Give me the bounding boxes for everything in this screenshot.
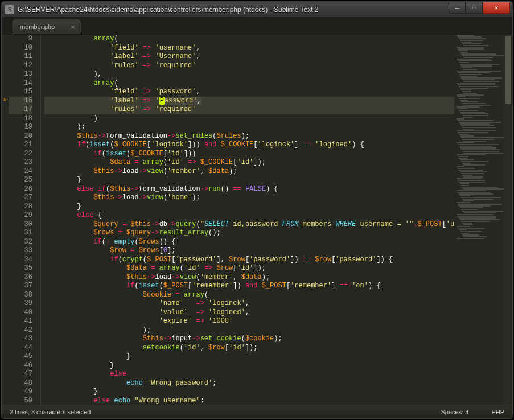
line-number[interactable]: 22 (9, 150, 32, 159)
line-number[interactable]: 39 (9, 299, 32, 308)
code-area[interactable]: array( 'field' => 'username', 'label' =>… (41, 35, 504, 405)
code-line[interactable]: $data = array('id' => $_COOKIE['id']); (44, 158, 504, 167)
status-indent[interactable]: Spaces: 4 (441, 409, 468, 415)
code-line[interactable]: else { (44, 211, 504, 220)
code-line[interactable]: if(isset($_COOKIE['id'])) (44, 150, 504, 159)
line-number[interactable]: 9 (9, 35, 32, 44)
maximize-button[interactable]: ▭ (466, 2, 483, 14)
code-line[interactable]: $rows = $query->result_array(); (44, 229, 504, 238)
line-number[interactable]: 38 (9, 291, 32, 300)
line-number[interactable]: 21 (9, 141, 32, 150)
vertical-scrollbar[interactable] (504, 35, 512, 405)
line-number[interactable]: 14 (9, 79, 32, 88)
line-number[interactable]: 45 (9, 352, 32, 361)
bookmark-icon (2, 79, 9, 88)
tab-member-php[interactable]: member.php × (12, 19, 81, 34)
line-number[interactable]: 29 (9, 211, 32, 220)
line-number[interactable]: 11 (9, 52, 32, 61)
line-number-gutter[interactable]: 9101112131415161718192021222324252627282… (9, 35, 41, 405)
line-number[interactable]: 37 (9, 282, 32, 291)
line-number[interactable]: 10 (9, 44, 32, 53)
code-line[interactable]: } (44, 352, 504, 361)
code-line[interactable]: $cookie = array( (44, 291, 504, 300)
code-line[interactable]: 'field' => 'username', (44, 44, 504, 53)
code-line[interactable]: else if($this->form_validation->run() ==… (44, 185, 504, 194)
line-number[interactable]: 41 (9, 317, 32, 326)
code-line[interactable]: $row = $rows[0]; (44, 246, 504, 256)
line-number[interactable]: 31 (9, 229, 32, 238)
code-line[interactable]: $this->input->set_cookie($cookie); (44, 335, 504, 344)
line-number[interactable]: 30 (9, 220, 32, 229)
code-line[interactable]: $this->load->view('home'); (44, 193, 504, 203)
bookmark-icon (2, 238, 9, 247)
scroll-thumb[interactable] (505, 36, 511, 104)
line-number[interactable]: 24 (9, 167, 32, 176)
code-line[interactable]: 'rules' => 'required' (44, 61, 504, 71)
line-number[interactable]: 43 (9, 335, 32, 344)
line-number[interactable]: 15 (9, 88, 32, 97)
code-line[interactable]: array( (44, 35, 504, 44)
line-number[interactable]: 26 (9, 185, 32, 194)
code-line[interactable]: else echo "Wrong username"; (44, 397, 504, 405)
line-number[interactable]: 35 (9, 264, 32, 273)
line-number[interactable]: 25 (9, 176, 32, 185)
code-line[interactable]: 'expire' => '1000' (44, 317, 504, 326)
line-number[interactable]: 13 (9, 70, 32, 79)
code-line[interactable]: $this->load->view('member', $data); (44, 273, 504, 282)
editor[interactable]: » 91011121314151617181920212223242526272… (2, 35, 512, 405)
line-number[interactable]: 36 (9, 273, 32, 282)
code-line[interactable]: if(crypt($_POST['password'], $row['passw… (44, 256, 504, 265)
line-number[interactable]: 32 (9, 238, 32, 247)
code-line[interactable]: $this->load->view('member', $data); (44, 167, 504, 176)
code-line[interactable]: setcookie('id', $row['id']); (44, 344, 504, 353)
status-language[interactable]: PHP (491, 409, 504, 415)
line-number[interactable]: 47 (9, 370, 32, 379)
code-line[interactable]: 'label' => 'Username', (44, 52, 504, 61)
code-line[interactable]: array( (44, 79, 504, 88)
code-line[interactable]: if(! empty($rows)) { (44, 238, 504, 247)
code-line[interactable]: $data = array('id' => $row['id']); (44, 264, 504, 273)
code-line[interactable]: $query = $this->db->query("SELECT id,pas… (44, 220, 504, 229)
close-button[interactable]: ✕ (483, 2, 510, 14)
line-number[interactable]: 18 (9, 114, 32, 123)
line-number[interactable]: 50 (9, 397, 32, 405)
line-number[interactable]: 33 (9, 246, 32, 256)
code-line[interactable]: } (44, 361, 504, 370)
line-number[interactable]: 19 (9, 123, 32, 132)
line-number[interactable]: 23 (9, 158, 32, 167)
code-line[interactable]: 'name' => 'loginck', (44, 299, 504, 308)
code-line[interactable]: ); (44, 123, 504, 132)
line-number[interactable]: 20 (9, 132, 32, 141)
line-number[interactable]: 49 (9, 388, 32, 397)
minimap[interactable] (454, 35, 504, 405)
title-bar[interactable]: S G:\SERVER\Apache24\htdocs\cidemo\appli… (2, 2, 512, 18)
code-line[interactable]: else (44, 370, 504, 379)
code-line[interactable]: ); (44, 326, 504, 335)
code-line[interactable]: 'label' => 'Password', (44, 97, 504, 106)
line-number[interactable]: 40 (9, 308, 32, 318)
line-number[interactable]: 12 (9, 61, 32, 71)
line-number[interactable]: 34 (9, 256, 32, 265)
line-number[interactable]: 28 (9, 203, 32, 212)
code-line[interactable]: } (44, 176, 504, 185)
line-number[interactable]: 17 (9, 105, 32, 114)
code-line[interactable]: ) (44, 114, 504, 123)
line-number[interactable]: 27 (9, 193, 32, 203)
line-number[interactable]: 16 (9, 97, 32, 106)
code-line[interactable]: 'field' => 'password', (44, 88, 504, 97)
code-line[interactable]: ), (44, 70, 504, 79)
minimize-button[interactable]: — (449, 2, 466, 14)
code-line[interactable]: if(isset($_POST['remember']) and $_POST[… (44, 282, 504, 291)
line-number[interactable]: 48 (9, 379, 32, 388)
code-line[interactable]: } (44, 388, 504, 397)
line-number[interactable]: 46 (9, 361, 32, 370)
code-line[interactable]: echo 'Wrong password'; (44, 379, 504, 388)
line-number[interactable]: 44 (9, 344, 32, 353)
line-number[interactable]: 42 (9, 326, 32, 335)
code-line[interactable]: $this->form_validation->set_rules($rules… (44, 132, 504, 141)
code-line[interactable]: 'value' => 'logined', (44, 308, 504, 318)
code-line[interactable]: if(isset($_COOKIE['loginck'])) and $_COO… (44, 141, 504, 150)
tab-close-icon[interactable]: × (71, 23, 75, 31)
code-line[interactable]: 'rules' => 'required' (44, 105, 504, 114)
code-line[interactable]: } (44, 203, 504, 212)
